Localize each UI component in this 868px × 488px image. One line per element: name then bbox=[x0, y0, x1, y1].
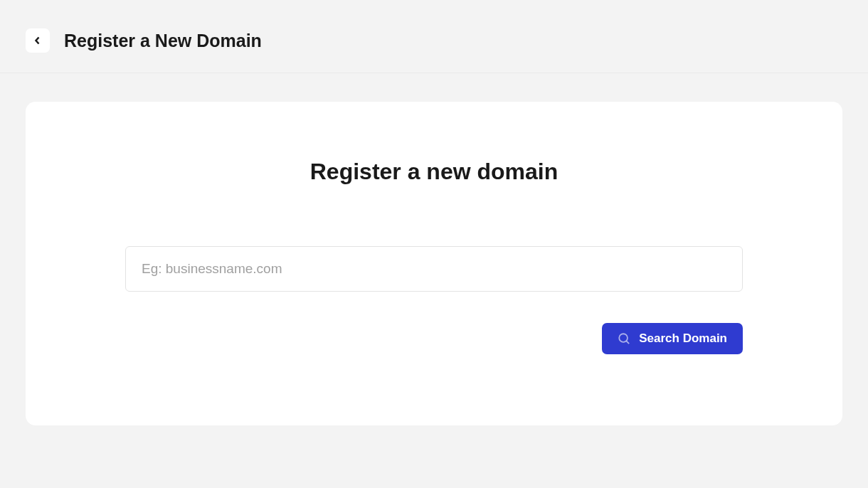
domain-search-input[interactable] bbox=[125, 246, 743, 292]
search-domain-button[interactable]: Search Domain bbox=[602, 323, 743, 354]
register-domain-card: Register a new domain Search Domain bbox=[26, 102, 842, 425]
card-heading: Register a new domain bbox=[125, 159, 743, 185]
chevron-left-icon bbox=[33, 36, 42, 45]
page-header: Register a New Domain bbox=[0, 0, 868, 73]
svg-point-0 bbox=[619, 334, 628, 342]
actions-row: Search Domain bbox=[125, 323, 743, 354]
search-domain-button-label: Search Domain bbox=[639, 331, 727, 346]
svg-line-1 bbox=[627, 341, 630, 344]
search-icon bbox=[618, 332, 630, 345]
page-title: Register a New Domain bbox=[64, 31, 262, 51]
back-button[interactable] bbox=[26, 28, 50, 53]
